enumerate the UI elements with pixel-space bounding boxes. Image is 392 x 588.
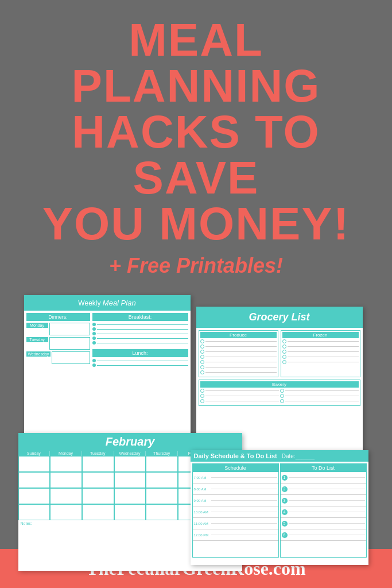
ds-title: Daily Schedule & To Do List (194, 452, 277, 459)
ds-time-row: 7:00 AM (193, 472, 278, 483)
schedule-paper: Daily Schedule & To Do List Date:______ … (191, 450, 368, 565)
subtitle: + Free Printables! (11, 254, 381, 278)
lunch-header: Lunch: (92, 349, 188, 357)
ds-date: Date:______ (282, 453, 315, 459)
printables-preview: Weekly Meal Plan Dinners: Monday Tuesday… (13, 289, 380, 571)
ds-todo-col: To Do List 1 2 3 4 5 (280, 463, 367, 558)
ds-todo-row: 3 (281, 495, 366, 506)
grocery-title: Grocery List (249, 311, 309, 323)
gl-header: Grocery List (196, 307, 363, 328)
dinners-header: Dinners: (26, 313, 90, 321)
mp-day-wednesday: Wednesday (26, 351, 90, 364)
ds-time-row: 12:00 PM (193, 529, 278, 541)
header-section: MEAL PLANNING HACKS TO SAVE YOU MONEY! +… (0, 0, 392, 284)
ds-todo-row: 5 (281, 518, 366, 529)
ds-todo-row: 4 (281, 506, 366, 518)
mp-header: Weekly Meal Plan (24, 295, 191, 311)
cal-header: February (18, 433, 242, 451)
cal-month: February (106, 435, 155, 448)
ds-time-row: 10:00 AM (193, 506, 278, 518)
breakfast-header: Breakfast: (92, 313, 188, 321)
ds-todo-row: 2 (281, 483, 366, 495)
ds-time-row: 11:00 AM (193, 518, 278, 529)
mp-day-monday: Monday (26, 323, 90, 335)
ds-time-row: 8:00 AM (193, 483, 278, 495)
mp-day-tuesday: Tuesday (26, 337, 90, 350)
ds-todo-row: 1 (281, 472, 366, 483)
ds-body: Schedule 7:00 AM 8:00 AM 9:00 AM 10:00 A… (191, 462, 368, 559)
ds-header: Daily Schedule & To Do List Date:______ (191, 450, 368, 462)
lunch-lines (92, 359, 188, 367)
gl-produce: Produce (199, 330, 278, 377)
ds-todo-row: 6 (281, 529, 366, 541)
gl-frozen: Frozen (281, 330, 360, 377)
gl-bakery: Bakery (199, 380, 360, 406)
gl-body: Produce Frozen Bakery (196, 328, 363, 408)
ds-time-row: 9:00 AM (193, 495, 278, 506)
ds-schedule-col: Schedule 7:00 AM 8:00 AM 9:00 AM 10:00 A… (192, 463, 279, 558)
breakfast-lines (92, 323, 188, 345)
main-title: MEAL PLANNING HACKS TO SAVE YOU MONEY! (11, 17, 381, 247)
